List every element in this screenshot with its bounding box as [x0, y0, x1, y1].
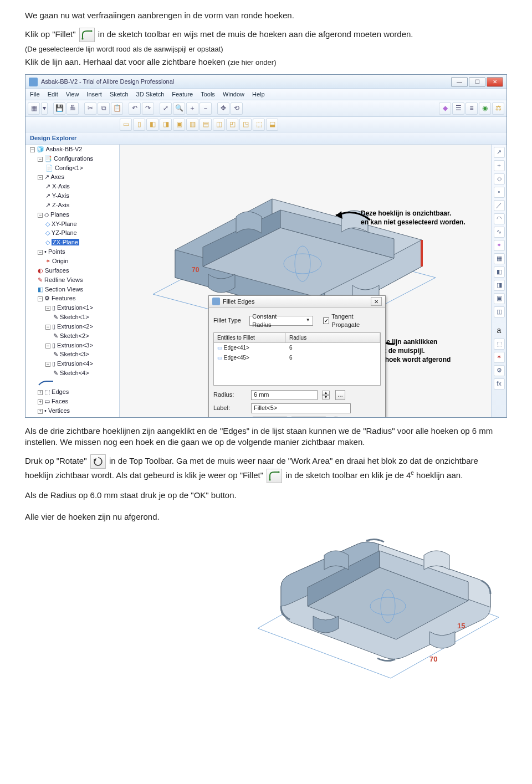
menu-edit[interactable]: Edit — [48, 90, 58, 99]
tangent-checkbox[interactable]: ✔ — [323, 317, 330, 324]
menu-sketch[interactable]: Sketch — [110, 90, 129, 99]
tb2-7-icon[interactable]: ▤ — [200, 119, 212, 131]
tb2-3-icon[interactable]: ◧ — [146, 119, 158, 131]
tb-dropdown-icon[interactable]: ▾ — [41, 103, 48, 115]
tree-surfaces[interactable]: ◐ Surfaces — [30, 266, 119, 275]
tb-r2-icon[interactable]: ☰ — [452, 103, 464, 115]
tree-configs[interactable]: −📑 Configurations — [30, 154, 119, 163]
radius-spinner[interactable]: ▲▼ — [322, 391, 330, 399]
tb2-5-icon[interactable]: ▣ — [173, 119, 185, 131]
tb2-10-icon[interactable]: ◳ — [239, 119, 252, 131]
tb-print-icon[interactable]: 🖶 — [66, 103, 79, 115]
menu-feature[interactable]: Feature — [172, 90, 193, 99]
tree-ext2[interactable]: −▯ Extrusion<2> — [30, 322, 119, 331]
maximize-button[interactable]: ☐ — [469, 77, 485, 87]
tree-edges-fillet[interactable] — [30, 378, 119, 387]
tree-points[interactable]: −• Points — [30, 247, 119, 257]
radius-input[interactable]: 6 mm — [251, 390, 318, 400]
rp-16-icon[interactable]: ⚙ — [494, 365, 505, 376]
close-button[interactable]: ✕ — [487, 77, 503, 87]
tb-rotate-icon[interactable]: ⟲ — [231, 103, 243, 115]
tree-sk2[interactable]: ✎ Sketch<2> — [30, 331, 119, 341]
rp-17-icon[interactable]: fx — [494, 378, 505, 390]
dialog-close-icon[interactable]: ✕ — [371, 297, 382, 306]
tree-sk3[interactable]: ✎ Sketch<3> — [30, 350, 119, 359]
tree-origin[interactable]: ✶ Origin — [30, 257, 119, 266]
tb2-8-icon[interactable]: ◫ — [213, 119, 225, 131]
rp-3-icon[interactable]: ◇ — [494, 173, 505, 185]
menu-tools[interactable]: Tools — [201, 90, 215, 99]
tb2-11-icon[interactable]: ⬚ — [253, 119, 265, 131]
help-button[interactable]: ? — [330, 417, 342, 417]
menu-help[interactable]: Help — [252, 90, 265, 99]
tb-r3-icon[interactable]: ≡ — [466, 103, 478, 115]
rp-2-icon[interactable]: ＋ — [494, 160, 505, 171]
rp-15-icon[interactable]: ✶ — [494, 352, 505, 363]
menu-view[interactable]: View — [66, 90, 79, 99]
tb-r5-icon[interactable]: ⚖ — [492, 103, 504, 115]
menu-insert[interactable]: Insert — [86, 90, 102, 99]
tb-r4-icon[interactable]: ◉ — [479, 103, 491, 115]
tree-xy[interactable]: ◇ XY-Plane — [30, 219, 119, 229]
tree-ext1[interactable]: −▯ Extrusion<1> — [30, 303, 119, 312]
tree-features[interactable]: −⚙ Features — [30, 294, 119, 303]
tree-axes[interactable]: −↗ Axes — [30, 172, 119, 182]
tb-r1-icon[interactable]: ◆ — [439, 103, 451, 115]
tree-zx[interactable]: ◇ ZX-Plane — [30, 238, 119, 247]
tb-pan-icon[interactable]: ✥ — [217, 103, 229, 115]
tb2-12-icon[interactable]: ⬓ — [266, 119, 278, 131]
tb-zoomwin-icon[interactable]: 🔍 — [173, 103, 185, 115]
tree-zaxis[interactable]: ↗ Z-Axis — [30, 201, 119, 210]
table-row[interactable]: ▭ Edge<41> 6 — [214, 343, 380, 353]
rp-12-icon[interactable]: ▣ — [494, 293, 505, 304]
menu-file[interactable]: File — [30, 90, 40, 99]
radius-more-button[interactable]: … — [335, 390, 345, 400]
tree-root[interactable]: −🧊 Asbak-BB-V2 — [30, 145, 119, 154]
tb2-6-icon[interactable]: ▥ — [186, 119, 198, 131]
rp-6-icon[interactable]: ◠ — [494, 213, 505, 224]
tb-zoomfit-icon[interactable]: ⤢ — [160, 103, 172, 115]
tb-cut-icon[interactable]: ✂ — [84, 103, 96, 115]
tb2-9-icon[interactable]: ◰ — [226, 119, 238, 131]
rp-13-icon[interactable]: ◫ — [494, 306, 505, 317]
rp-14-icon[interactable]: ⬚ — [494, 339, 505, 350]
rp-10-icon[interactable]: ◧ — [494, 267, 505, 278]
tb-copy-icon[interactable]: ⧉ — [98, 103, 110, 115]
work-area[interactable]: 70 Deze hoeklijn is onzichtbaar. en kan … — [120, 145, 491, 417]
label-input[interactable]: Fillet<5> — [251, 403, 351, 413]
tb-doc-icon[interactable]: ▦ — [28, 103, 40, 115]
rp-1-icon[interactable]: ↗ — [494, 147, 505, 158]
menu-window[interactable]: Window — [223, 90, 244, 99]
tb2-1-icon[interactable]: ▭ — [120, 119, 132, 131]
tree-sk4[interactable]: ✎ Sketch<4> — [30, 368, 119, 378]
tb-undo-icon[interactable]: ↶ — [129, 103, 141, 115]
tb-zoomout-icon[interactable]: － — [200, 103, 212, 115]
tree-config1[interactable]: 📄 Config<1> — [30, 163, 119, 173]
tree-yaxis[interactable]: ↗ Y-Axis — [30, 191, 119, 201]
rp-5-icon[interactable]: ／ — [494, 200, 505, 211]
rp-4-icon[interactable]: • — [494, 187, 505, 198]
fillet-type-select[interactable]: Constant Radius▼ — [249, 316, 313, 326]
tree-redline[interactable]: ✎ Redline Views — [30, 275, 119, 285]
tb-redo-icon[interactable]: ↷ — [142, 103, 154, 115]
tb2-2-icon[interactable]: ▯ — [133, 119, 145, 131]
tree-planes[interactable]: −◇ Planes — [30, 210, 119, 219]
minimize-button[interactable]: — — [451, 77, 468, 87]
tree-sk1[interactable]: ✎ Sketch<1> — [30, 312, 119, 322]
rp-8-icon[interactable]: ✦ — [494, 240, 505, 251]
tree-edges[interactable]: +⬚ Edges — [30, 387, 119, 397]
tree-faces[interactable]: +▭ Faces — [30, 397, 119, 406]
tree-xaxis[interactable]: ↗ X-Axis — [30, 182, 119, 191]
cancel-button[interactable]: Cancel — [291, 417, 326, 417]
table-row[interactable]: ▭ Edge<45> 6 — [214, 353, 380, 363]
tree-yz[interactable]: ◇ YZ-Plane — [30, 228, 119, 238]
tree-ext3[interactable]: −▯ Extrusion<3> — [30, 341, 119, 350]
tb-zoomin-icon[interactable]: ＋ — [186, 103, 198, 115]
tree-section[interactable]: ◧ Section Views — [30, 285, 119, 294]
tb2-4-icon[interactable]: ◨ — [160, 119, 172, 131]
tree-ext4[interactable]: −▯ Extrusion<4> — [30, 359, 119, 368]
tb-save-icon[interactable]: 💾 — [53, 103, 65, 115]
tree-vertices[interactable]: +• Vertices — [30, 406, 119, 416]
menu-3dsketch[interactable]: 3D Sketch — [136, 90, 165, 99]
rp-11-icon[interactable]: ◨ — [494, 280, 505, 291]
